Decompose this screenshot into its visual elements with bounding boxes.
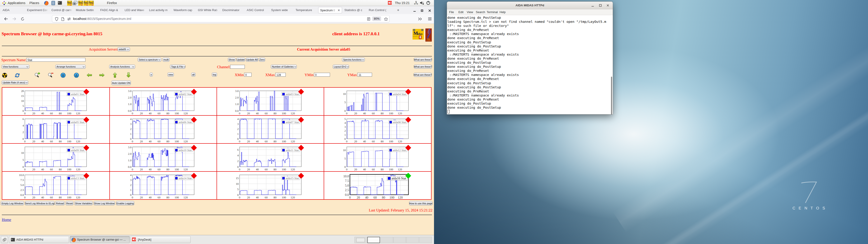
permissions-sliders-icon[interactable] (67, 16, 71, 23)
tab-aida[interactable]: AIDA (1, 7, 25, 13)
bookmark-star-icon[interactable] (383, 16, 388, 23)
url-bar[interactable]: localhost:8015/Spectrum/Spectrum.tml 80% (52, 15, 390, 22)
window-close-button[interactable] (428, 9, 431, 12)
spectrum-cell-aida07[interactable]: 02040608010012001234aida07 Stat (217, 116, 324, 144)
workspace-6[interactable] (419, 237, 432, 243)
terminal-menu-view[interactable]: View (467, 10, 473, 14)
tab-asic-control[interactable]: ASIC Control (245, 7, 269, 13)
tab-gsi-white-rab[interactable]: GSI White Rab (196, 7, 220, 13)
terminal-menu-search[interactable]: Search (476, 10, 485, 14)
file-manager-launcher-icon[interactable] (51, 1, 56, 5)
midas-launcher-icon-4[interactable]: Midas (89, 1, 94, 5)
power-tray-icon[interactable] (426, 1, 431, 5)
focused-app-label[interactable]: Firefox (107, 0, 117, 6)
what-are-these-button-1[interactable]: What are these? (414, 58, 432, 62)
xmin-input[interactable]: 0 (244, 73, 252, 77)
spectra-functions-select[interactable]: Spectra functions (342, 58, 365, 62)
window-maximize-button[interactable] (421, 9, 424, 12)
zoom-in-icon[interactable] (34, 72, 40, 78)
tab-experiment-con[interactable]: Experiment Con (25, 7, 49, 13)
new-tab-button[interactable]: + (396, 8, 401, 12)
tab-close-icon[interactable]: ✕ (338, 7, 340, 13)
terminal-menu-edit[interactable]: Edit (458, 10, 463, 14)
anydesk-tray-icon[interactable] (388, 1, 392, 5)
workspace-4[interactable] (393, 237, 406, 243)
refresh-icon[interactable] (14, 72, 20, 78)
terminal-menu-file[interactable]: File (449, 10, 454, 14)
channel-input[interactable] (230, 65, 245, 69)
screenshot-launcher-icon[interactable] (72, 1, 77, 5)
view-functions-select[interactable]: View functions (2, 65, 29, 69)
terminal-maximize-button[interactable] (598, 3, 602, 7)
layout-select[interactable]: Layout ID=2 (333, 65, 349, 69)
zoom-out-icon[interactable] (48, 72, 54, 78)
all-button[interactable]: all (191, 72, 195, 77)
arrow-right-icon[interactable] (99, 73, 105, 77)
arrange-functions-select[interactable]: Arrange functions (55, 65, 86, 69)
show-log-window-button[interactable]: Show Log Window (94, 201, 115, 205)
scroll-down-icon[interactable] (61, 73, 66, 78)
enable-logging-button[interactable]: Enable Logging (116, 201, 134, 205)
reload-button[interactable]: Reload (55, 201, 65, 205)
spectrum-cell-aida13[interactable]: 0204060801001200.02.55.07.510.0aida13 St… (2, 172, 110, 200)
hamburger-menu-icon[interactable] (426, 14, 433, 24)
select-spectrum-select[interactable]: Select a spectrum (138, 58, 161, 62)
multi-button[interactable]: multi (162, 58, 169, 62)
spectrum-cell-aida06[interactable]: 02040608010012001234aida06 Stat (110, 116, 217, 144)
menu-places[interactable]: Places (29, 0, 39, 6)
url-text[interactable]: localhost:8015/Spectrum/Spectrum.tml (73, 17, 131, 21)
update-button[interactable]: Update (236, 58, 245, 62)
workspace-3[interactable] (380, 237, 393, 243)
midas-launcher-icon-1[interactable]: Midas (67, 1, 72, 5)
show-button[interactable]: Show (228, 58, 236, 62)
spectrum-cell-aida04[interactable]: 0204060801001200510aida04 Stat (324, 87, 431, 116)
terminal-body[interactable]: done executing do_PostSetup loading Spec… (447, 15, 613, 114)
ymax-input[interactable]: 11 (358, 73, 372, 77)
tags-fits-select[interactable]: Tags & Fits (170, 65, 185, 69)
spectrum-cell-aida14[interactable]: 02040608010012001234aida14 Stat (110, 172, 217, 200)
spectrum-cell-aida15[interactable]: 020406080100120051015aida15 Stat (217, 172, 324, 200)
spectrum-cell-aida08[interactable]: 020406080100120012345aida08 Stat (324, 116, 431, 144)
terminal-titlebar[interactable]: AIDA MIDAS HTTPd (447, 2, 613, 9)
reset-button[interactable]: Reset (66, 201, 73, 205)
galleries-select[interactable]: Number of Galleries (271, 65, 297, 69)
terminal-close-button[interactable] (606, 3, 610, 7)
ymin-input[interactable]: 0 (314, 73, 330, 77)
update-rate-select[interactable]: Update Rate (4 secs) (2, 81, 28, 85)
midas-launcher-icon-2[interactable]: Midas (78, 1, 83, 5)
workspace-5[interactable] (406, 237, 419, 243)
terminal-minimize-button[interactable] (591, 3, 595, 7)
what-are-these-button-3[interactable]: What are these? (414, 73, 432, 77)
reload-button[interactable] (20, 14, 26, 24)
reader-mode-icon[interactable] (366, 16, 371, 23)
spectrum-cell-aida16[interactable]: 0204060801001200.02.55.07.510.0aida16 St… (324, 172, 431, 200)
tab-discriminator[interactable]: Discriminator (221, 7, 244, 13)
taskbar-window-terminal[interactable]: AIDA MIDAS HTTPd (9, 236, 69, 243)
tcl-powered-logo[interactable]: TCL POWERED (426, 28, 432, 41)
tab-temperature[interactable]: Temperature (294, 7, 318, 13)
tab-statistics-c[interactable]: Statistics @ c (343, 7, 366, 13)
tab-waveform-cap[interactable]: Waveform cap (172, 7, 195, 13)
midas-logo[interactable]: M idas powered by (412, 29, 424, 39)
terminal-menu-terminal[interactable]: Terminal (487, 10, 498, 14)
back-button[interactable] (3, 14, 9, 24)
zero-button[interactable]: Zero (259, 58, 265, 62)
home-link[interactable]: Home (2, 218, 11, 222)
spectrum-cell-aida10[interactable]: 0204060801001200.01.02.03.0aida10 Stat (110, 144, 217, 172)
what-are-these-button-2[interactable]: What are these? (414, 65, 432, 69)
distro-menu-icon[interactable] (2, 1, 6, 5)
spectrum-cell-aida09[interactable]: 0204060801001200510aida09 Stat (2, 144, 110, 172)
scroll-up-icon[interactable] (74, 73, 79, 78)
panel-clock[interactable]: Thu 15:21 (395, 0, 410, 6)
new-button[interactable]: new (167, 72, 174, 77)
page-icon[interactable] (61, 16, 65, 23)
input-method-tray-icon[interactable]: ? (414, 1, 418, 5)
window-minimize-button[interactable] (413, 9, 416, 12)
terminal-window[interactable]: AIDA MIDAS HTTPd FileEditViewSearchTermi… (447, 2, 613, 114)
tab-module-settin[interactable]: Module Settin (74, 7, 98, 13)
forward-button[interactable] (11, 14, 18, 24)
tab-fadc-align[interactable]: FADC Align & (98, 7, 122, 13)
tab-run-control[interactable]: Run Control ( (367, 7, 391, 13)
arrow-down-icon[interactable] (126, 72, 131, 78)
update-all-button[interactable]: Update All (246, 58, 258, 62)
